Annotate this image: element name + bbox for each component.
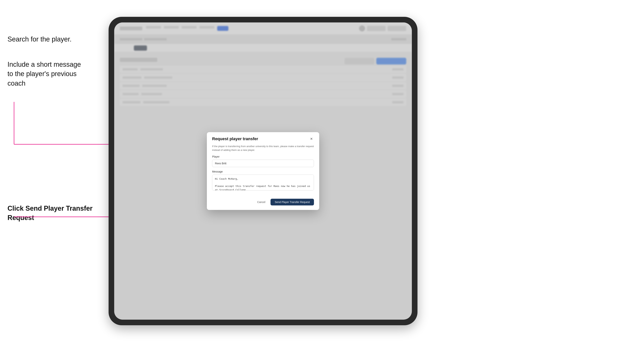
modal-close-button[interactable]: ✕ xyxy=(309,136,314,142)
annotation-search: Search for the player. xyxy=(8,35,72,44)
modal-header: Request player transfer ✕ xyxy=(207,132,319,145)
annotation-message: Include a short message to the player's … xyxy=(8,60,97,88)
request-transfer-modal: Request player transfer ✕ If the player … xyxy=(207,132,319,210)
modal-footer: Cancel Send Player Transfer Request xyxy=(207,199,319,210)
annotation-area: Search for the player. Include a short m… xyxy=(0,0,108,346)
tablet-device: Request player transfer ✕ If the player … xyxy=(108,17,418,325)
modal-overlay: Request player transfer ✕ If the player … xyxy=(114,22,412,320)
player-search-input[interactable] xyxy=(212,160,314,167)
cancel-button[interactable]: Cancel xyxy=(254,199,268,205)
modal-body: If the player is transferring from anoth… xyxy=(207,145,319,199)
message-field-label: Message xyxy=(212,170,314,173)
modal-description: If the player is transferring from anoth… xyxy=(212,145,314,152)
send-transfer-request-button[interactable]: Send Player Transfer Request xyxy=(270,199,314,205)
annotation-click: Click Send Player Transfer Request xyxy=(8,204,108,223)
message-textarea[interactable] xyxy=(212,174,314,190)
modal-title: Request player transfer xyxy=(212,137,258,141)
player-field-label: Player xyxy=(212,155,314,158)
tablet-screen: Request player transfer ✕ If the player … xyxy=(114,22,412,320)
tablet-outer: Request player transfer ✕ If the player … xyxy=(108,17,418,325)
